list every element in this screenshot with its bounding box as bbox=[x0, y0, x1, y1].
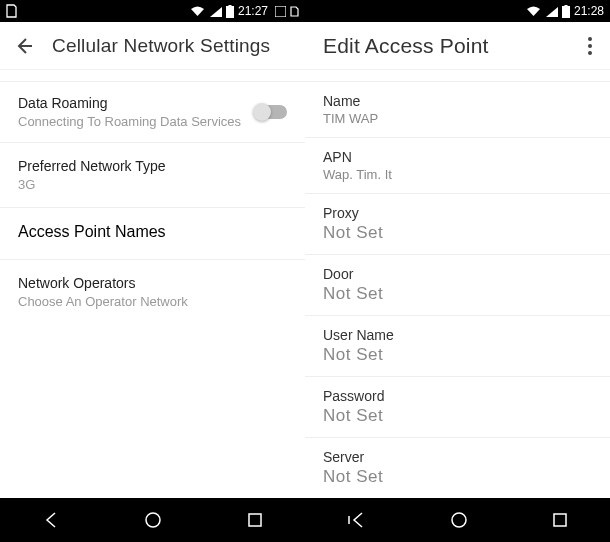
battery-icon bbox=[226, 5, 234, 18]
roaming-title: Data Roaming bbox=[18, 95, 255, 111]
nav-bar-left bbox=[0, 498, 305, 542]
server-value: Not Set bbox=[323, 467, 592, 487]
nav-bar-right bbox=[305, 498, 610, 542]
svg-point-7 bbox=[588, 37, 592, 41]
network-type-value: 3G bbox=[18, 177, 287, 192]
operators-sub: Choose An Operator Network bbox=[18, 294, 287, 309]
roaming-sub: Connecting To Roaming Data Services bbox=[18, 114, 255, 129]
server-label: Server bbox=[323, 449, 592, 465]
toggle-thumb bbox=[253, 103, 271, 121]
apn-row[interactable]: Access Point Names bbox=[0, 208, 305, 260]
nav-recent[interactable] bbox=[535, 503, 585, 537]
wifi-icon bbox=[526, 6, 541, 17]
network-type-row[interactable]: Preferred Network Type 3G bbox=[0, 143, 305, 208]
signal-icon bbox=[209, 6, 222, 17]
field-username[interactable]: User Name Not Set bbox=[305, 316, 610, 377]
more-button[interactable] bbox=[584, 33, 596, 59]
nav-recent[interactable] bbox=[230, 503, 280, 537]
name-label: Name bbox=[323, 93, 592, 109]
status-bar-left: 21:27 bbox=[0, 0, 305, 22]
wifi-icon bbox=[190, 6, 205, 17]
signal-icon bbox=[545, 6, 558, 17]
door-label: Door bbox=[323, 266, 592, 282]
apn-title: Access Point Names bbox=[18, 223, 287, 241]
proxy-label: Proxy bbox=[323, 205, 592, 221]
operators-title: Network Operators bbox=[18, 275, 287, 291]
back-button[interactable] bbox=[14, 36, 34, 56]
svg-point-8 bbox=[588, 44, 592, 48]
right-pane: 21:28 Edit Access Point Name TIM WAP APN… bbox=[305, 0, 610, 542]
operators-row[interactable]: Network Operators Choose An Operator Net… bbox=[0, 260, 305, 324]
page-title: Edit Access Point bbox=[319, 34, 584, 58]
status-bar-right: 21:28 bbox=[305, 0, 610, 22]
svg-rect-4 bbox=[249, 514, 261, 526]
header-right: Edit Access Point bbox=[305, 22, 610, 70]
svg-rect-5 bbox=[562, 6, 570, 18]
door-value: Not Set bbox=[323, 284, 592, 304]
svg-rect-2 bbox=[275, 6, 286, 17]
right-content: Name TIM WAP APN Wap. Tim. It Proxy Not … bbox=[305, 70, 610, 498]
field-name[interactable]: Name TIM WAP bbox=[305, 82, 610, 138]
left-pane: 21:27 Cellular Network Settings Data Roa… bbox=[0, 0, 305, 542]
nav-back[interactable] bbox=[25, 502, 77, 538]
password-value: Not Set bbox=[323, 406, 592, 426]
nav-home[interactable] bbox=[127, 502, 179, 538]
svg-rect-1 bbox=[228, 5, 231, 7]
gap bbox=[0, 70, 305, 82]
battery-icon bbox=[562, 5, 570, 18]
status-time: 21:28 bbox=[574, 4, 604, 18]
username-label: User Name bbox=[323, 327, 592, 343]
password-label: Password bbox=[323, 388, 592, 404]
screenshot-icon bbox=[275, 6, 286, 17]
svg-point-10 bbox=[452, 513, 466, 527]
field-door[interactable]: Door Not Set bbox=[305, 255, 610, 316]
header-left: Cellular Network Settings bbox=[0, 22, 305, 70]
username-value: Not Set bbox=[323, 345, 592, 365]
svg-rect-6 bbox=[564, 5, 567, 7]
field-password[interactable]: Password Not Set bbox=[305, 377, 610, 438]
proxy-value: Not Set bbox=[323, 223, 592, 243]
gap bbox=[305, 70, 610, 82]
field-server[interactable]: Server Not Set bbox=[305, 438, 610, 498]
nav-back[interactable] bbox=[330, 502, 384, 538]
network-type-title: Preferred Network Type bbox=[18, 158, 287, 174]
left-content: Data Roaming Connecting To Roaming Data … bbox=[0, 70, 305, 498]
nav-home[interactable] bbox=[433, 502, 485, 538]
apn-label: APN bbox=[323, 149, 592, 165]
page-title: Cellular Network Settings bbox=[52, 35, 291, 57]
svg-rect-0 bbox=[226, 6, 234, 18]
svg-rect-11 bbox=[554, 514, 566, 526]
svg-point-3 bbox=[146, 513, 160, 527]
name-value: TIM WAP bbox=[323, 111, 592, 126]
field-apn[interactable]: APN Wap. Tim. It bbox=[305, 138, 610, 194]
status-time: 21:27 bbox=[238, 4, 268, 18]
sim-icon bbox=[6, 4, 17, 18]
field-proxy[interactable]: Proxy Not Set bbox=[305, 194, 610, 255]
apn-value: Wap. Tim. It bbox=[323, 167, 592, 182]
svg-point-9 bbox=[588, 51, 592, 55]
data-roaming-row[interactable]: Data Roaming Connecting To Roaming Data … bbox=[0, 82, 305, 143]
roaming-toggle[interactable] bbox=[255, 105, 287, 119]
sim-icon-2 bbox=[290, 6, 299, 17]
